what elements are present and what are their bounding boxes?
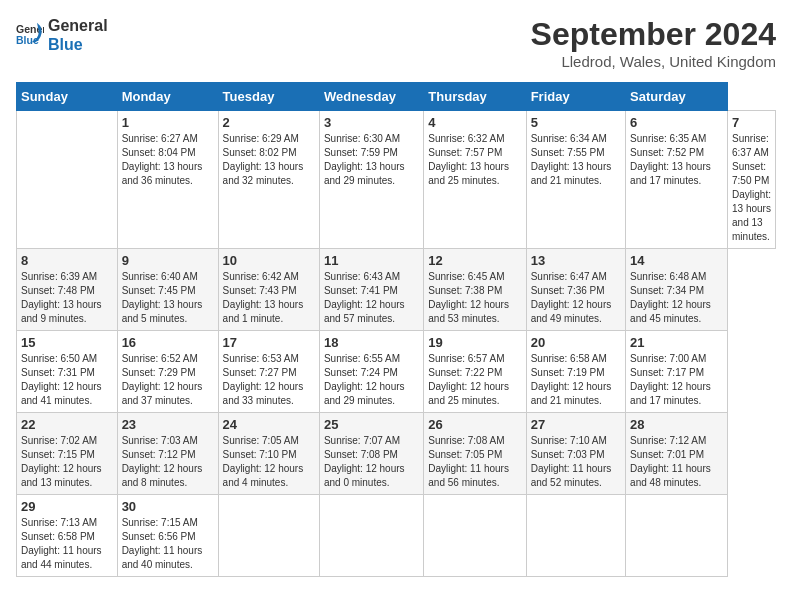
day-detail: Sunrise: 6:29 AMSunset: 8:02 PMDaylight:… — [223, 133, 304, 186]
day-detail: Sunrise: 6:45 AMSunset: 7:38 PMDaylight:… — [428, 271, 509, 324]
calendar-cell — [626, 495, 728, 577]
calendar-week-3: 15 Sunrise: 6:50 AMSunset: 7:31 PMDaylig… — [17, 331, 776, 413]
day-number: 26 — [428, 417, 521, 432]
calendar-cell: 28 Sunrise: 7:12 AMSunset: 7:01 PMDaylig… — [626, 413, 728, 495]
calendar-cell: 26 Sunrise: 7:08 AMSunset: 7:05 PMDaylig… — [424, 413, 526, 495]
day-detail: Sunrise: 6:39 AMSunset: 7:48 PMDaylight:… — [21, 271, 102, 324]
day-number: 21 — [630, 335, 723, 350]
calendar-cell: 4 Sunrise: 6:32 AMSunset: 7:57 PMDayligh… — [424, 111, 526, 249]
day-number: 2 — [223, 115, 315, 130]
logo: General Blue General Blue — [16, 16, 108, 54]
calendar-header-row: SundayMondayTuesdayWednesdayThursdayFrid… — [17, 83, 776, 111]
day-number: 14 — [630, 253, 723, 268]
calendar-cell — [17, 111, 118, 249]
calendar-cell: 15 Sunrise: 6:50 AMSunset: 7:31 PMDaylig… — [17, 331, 118, 413]
day-detail: Sunrise: 6:40 AMSunset: 7:45 PMDaylight:… — [122, 271, 203, 324]
day-detail: Sunrise: 7:13 AMSunset: 6:58 PMDaylight:… — [21, 517, 102, 570]
calendar-cell: 20 Sunrise: 6:58 AMSunset: 7:19 PMDaylig… — [526, 331, 625, 413]
calendar-cell: 23 Sunrise: 7:03 AMSunset: 7:12 PMDaylig… — [117, 413, 218, 495]
calendar-cell: 17 Sunrise: 6:53 AMSunset: 7:27 PMDaylig… — [218, 331, 319, 413]
day-number: 5 — [531, 115, 621, 130]
day-detail: Sunrise: 7:05 AMSunset: 7:10 PMDaylight:… — [223, 435, 304, 488]
day-number: 16 — [122, 335, 214, 350]
calendar-cell: 27 Sunrise: 7:10 AMSunset: 7:03 PMDaylig… — [526, 413, 625, 495]
day-detail: Sunrise: 6:52 AMSunset: 7:29 PMDaylight:… — [122, 353, 203, 406]
day-detail: Sunrise: 7:07 AMSunset: 7:08 PMDaylight:… — [324, 435, 405, 488]
calendar-cell: 19 Sunrise: 6:57 AMSunset: 7:22 PMDaylig… — [424, 331, 526, 413]
day-number: 27 — [531, 417, 621, 432]
logo-text-general: General — [48, 16, 108, 35]
page-title: September 2024 — [531, 16, 776, 53]
calendar-week-2: 8 Sunrise: 6:39 AMSunset: 7:48 PMDayligh… — [17, 249, 776, 331]
day-number: 22 — [21, 417, 113, 432]
day-detail: Sunrise: 7:00 AMSunset: 7:17 PMDaylight:… — [630, 353, 711, 406]
calendar-cell: 16 Sunrise: 6:52 AMSunset: 7:29 PMDaylig… — [117, 331, 218, 413]
calendar-cell: 1 Sunrise: 6:27 AMSunset: 8:04 PMDayligh… — [117, 111, 218, 249]
day-detail: Sunrise: 7:12 AMSunset: 7:01 PMDaylight:… — [630, 435, 711, 488]
calendar-header-thursday: Thursday — [424, 83, 526, 111]
day-detail: Sunrise: 6:48 AMSunset: 7:34 PMDaylight:… — [630, 271, 711, 324]
calendar-cell: 13 Sunrise: 6:47 AMSunset: 7:36 PMDaylig… — [526, 249, 625, 331]
calendar-header-sunday: Sunday — [17, 83, 118, 111]
calendar-cell: 3 Sunrise: 6:30 AMSunset: 7:59 PMDayligh… — [319, 111, 423, 249]
calendar-cell: 29 Sunrise: 7:13 AMSunset: 6:58 PMDaylig… — [17, 495, 118, 577]
day-number: 13 — [531, 253, 621, 268]
day-number: 3 — [324, 115, 419, 130]
day-detail: Sunrise: 6:43 AMSunset: 7:41 PMDaylight:… — [324, 271, 405, 324]
day-number: 6 — [630, 115, 723, 130]
day-number: 29 — [21, 499, 113, 514]
logo-text-blue: Blue — [48, 35, 108, 54]
day-number: 7 — [732, 115, 771, 130]
calendar-cell — [526, 495, 625, 577]
calendar-cell: 22 Sunrise: 7:02 AMSunset: 7:15 PMDaylig… — [17, 413, 118, 495]
calendar-cell: 8 Sunrise: 6:39 AMSunset: 7:48 PMDayligh… — [17, 249, 118, 331]
calendar-cell: 2 Sunrise: 6:29 AMSunset: 8:02 PMDayligh… — [218, 111, 319, 249]
day-detail: Sunrise: 7:02 AMSunset: 7:15 PMDaylight:… — [21, 435, 102, 488]
day-detail: Sunrise: 7:03 AMSunset: 7:12 PMDaylight:… — [122, 435, 203, 488]
calendar-week-1: 1 Sunrise: 6:27 AMSunset: 8:04 PMDayligh… — [17, 111, 776, 249]
day-number: 1 — [122, 115, 214, 130]
day-detail: Sunrise: 6:57 AMSunset: 7:22 PMDaylight:… — [428, 353, 509, 406]
day-number: 11 — [324, 253, 419, 268]
day-number: 30 — [122, 499, 214, 514]
calendar-cell: 25 Sunrise: 7:07 AMSunset: 7:08 PMDaylig… — [319, 413, 423, 495]
calendar-body: 1 Sunrise: 6:27 AMSunset: 8:04 PMDayligh… — [17, 111, 776, 577]
day-number: 4 — [428, 115, 521, 130]
calendar-cell: 24 Sunrise: 7:05 AMSunset: 7:10 PMDaylig… — [218, 413, 319, 495]
day-detail: Sunrise: 6:34 AMSunset: 7:55 PMDaylight:… — [531, 133, 612, 186]
day-number: 10 — [223, 253, 315, 268]
calendar-cell: 14 Sunrise: 6:48 AMSunset: 7:34 PMDaylig… — [626, 249, 728, 331]
day-number: 17 — [223, 335, 315, 350]
day-number: 9 — [122, 253, 214, 268]
calendar-cell: 21 Sunrise: 7:00 AMSunset: 7:17 PMDaylig… — [626, 331, 728, 413]
calendar-cell: 30 Sunrise: 7:15 AMSunset: 6:56 PMDaylig… — [117, 495, 218, 577]
day-number: 8 — [21, 253, 113, 268]
day-number: 12 — [428, 253, 521, 268]
calendar-cell: 9 Sunrise: 6:40 AMSunset: 7:45 PMDayligh… — [117, 249, 218, 331]
page-subtitle: Lledrod, Wales, United Kingdom — [531, 53, 776, 70]
day-detail: Sunrise: 6:30 AMSunset: 7:59 PMDaylight:… — [324, 133, 405, 186]
day-detail: Sunrise: 7:10 AMSunset: 7:03 PMDaylight:… — [531, 435, 612, 488]
day-detail: Sunrise: 6:35 AMSunset: 7:52 PMDaylight:… — [630, 133, 711, 186]
day-number: 15 — [21, 335, 113, 350]
calendar-cell: 6 Sunrise: 6:35 AMSunset: 7:52 PMDayligh… — [626, 111, 728, 249]
day-detail: Sunrise: 6:42 AMSunset: 7:43 PMDaylight:… — [223, 271, 304, 324]
day-detail: Sunrise: 6:32 AMSunset: 7:57 PMDaylight:… — [428, 133, 509, 186]
day-detail: Sunrise: 6:37 AMSunset: 7:50 PMDaylight:… — [732, 133, 771, 242]
day-number: 24 — [223, 417, 315, 432]
day-detail: Sunrise: 6:50 AMSunset: 7:31 PMDaylight:… — [21, 353, 102, 406]
logo-icon: General Blue — [16, 21, 44, 49]
calendar-cell: 10 Sunrise: 6:42 AMSunset: 7:43 PMDaylig… — [218, 249, 319, 331]
title-block: September 2024 Lledrod, Wales, United Ki… — [531, 16, 776, 70]
day-number: 25 — [324, 417, 419, 432]
day-number: 28 — [630, 417, 723, 432]
calendar-header-monday: Monday — [117, 83, 218, 111]
calendar-header-saturday: Saturday — [626, 83, 728, 111]
calendar-cell: 11 Sunrise: 6:43 AMSunset: 7:41 PMDaylig… — [319, 249, 423, 331]
calendar-header-wednesday: Wednesday — [319, 83, 423, 111]
day-number: 23 — [122, 417, 214, 432]
calendar-cell — [319, 495, 423, 577]
calendar-cell — [218, 495, 319, 577]
calendar-cell: 18 Sunrise: 6:55 AMSunset: 7:24 PMDaylig… — [319, 331, 423, 413]
day-detail: Sunrise: 6:47 AMSunset: 7:36 PMDaylight:… — [531, 271, 612, 324]
